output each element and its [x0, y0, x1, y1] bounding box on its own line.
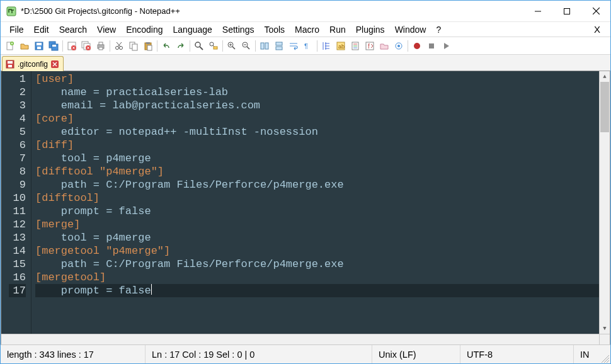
- user-lang-icon[interactable]: ab: [334, 39, 348, 53]
- scroll-down-icon[interactable]: ▼: [600, 323, 610, 334]
- cut-icon[interactable]: [112, 39, 126, 53]
- svg-rect-24: [132, 44, 137, 50]
- separator: [110, 40, 110, 52]
- scroll-up-icon[interactable]: ▲: [600, 71, 610, 82]
- save-all-icon[interactable]: [47, 39, 60, 53]
- svg-rect-53: [366, 42, 374, 50]
- code-line[interactable]: [difftool "p4merge"]: [35, 165, 610, 178]
- print-icon[interactable]: [94, 39, 108, 53]
- statusbar: length : 343 lines : 17 Ln : 17 Col : 19…: [1, 344, 610, 363]
- svg-point-56: [397, 45, 400, 47]
- stop-macro-icon[interactable]: [425, 39, 438, 53]
- horizontal-scrollbar[interactable]: [1, 334, 599, 344]
- svg-rect-8: [37, 43, 42, 45]
- code-area[interactable]: [user] name = practicalseries-lab email …: [31, 71, 610, 344]
- code-line[interactable]: [user]: [35, 72, 610, 86]
- find-icon[interactable]: [192, 39, 206, 53]
- menu-settings[interactable]: Settings: [217, 23, 260, 36]
- document-close-x[interactable]: X: [588, 23, 607, 36]
- code-line[interactable]: [core]: [35, 112, 610, 125]
- editor[interactable]: 1234567891011121314151617 [user] name = …: [1, 71, 610, 344]
- wordwrap-icon[interactable]: [287, 39, 300, 53]
- zoom-out-icon[interactable]: [239, 39, 253, 53]
- line-number: 5: [9, 125, 26, 139]
- menu-plugins[interactable]: Plugins: [351, 23, 390, 36]
- scroll-thumb[interactable]: [600, 82, 609, 132]
- tab-bar: .gitconfig: [1, 55, 610, 71]
- menu-encoding[interactable]: Encoding: [121, 23, 168, 36]
- menu-search[interactable]: Search: [54, 23, 92, 36]
- code-line[interactable]: [mergetool "p4merge"]: [35, 244, 610, 258]
- resize-grip-icon[interactable]: [599, 345, 610, 364]
- undo-icon[interactable]: [159, 39, 173, 53]
- indent-guide-icon[interactable]: [319, 39, 333, 53]
- show-all-chars-icon[interactable]: ¶: [301, 39, 315, 53]
- menu-run[interactable]: Run: [324, 23, 351, 36]
- play-macro-icon[interactable]: [439, 39, 453, 53]
- code-line[interactable]: [diff]: [35, 139, 610, 152]
- line-number: 3: [9, 99, 26, 112]
- separator: [408, 40, 408, 52]
- open-file-icon[interactable]: [18, 39, 31, 53]
- func-list-icon[interactable]: f: [363, 39, 377, 53]
- maximize-button[interactable]: [552, 1, 581, 21]
- code-line[interactable]: editor = notepad++ -multiInst -nosession: [35, 125, 610, 139]
- app-icon: [6, 6, 17, 17]
- save-icon[interactable]: [32, 39, 46, 53]
- status-eol[interactable]: Unix (LF): [372, 345, 460, 363]
- record-macro-icon[interactable]: [410, 39, 424, 53]
- menu-edit[interactable]: Edit: [29, 23, 54, 36]
- menu-file[interactable]: File: [4, 23, 29, 36]
- tab-gitconfig[interactable]: .gitconfig: [2, 56, 64, 71]
- minimize-button[interactable]: [523, 1, 552, 21]
- replace-icon[interactable]: [207, 39, 220, 53]
- svg-rect-61: [8, 65, 12, 67]
- status-encoding[interactable]: UTF-8: [460, 345, 574, 363]
- status-mode[interactable]: IN: [574, 345, 599, 363]
- line-number: 14: [9, 244, 26, 258]
- menu-language[interactable]: Language: [168, 23, 217, 36]
- redo-icon[interactable]: [174, 39, 188, 53]
- code-line[interactable]: [difftool]: [35, 191, 610, 205]
- menu-view[interactable]: View: [92, 23, 121, 36]
- close-file-icon[interactable]: [65, 39, 79, 53]
- code-line[interactable]: path = C:/Program Files/Perforce/p4merge…: [35, 258, 610, 271]
- close-all-icon[interactable]: [79, 39, 93, 53]
- separator: [255, 40, 256, 52]
- new-file-icon[interactable]: [3, 39, 17, 53]
- copy-icon[interactable]: [127, 39, 140, 53]
- sync-h-icon[interactable]: [272, 39, 286, 53]
- unsaved-indicator-icon: [5, 59, 15, 69]
- folder-icon[interactable]: [377, 39, 391, 53]
- svg-rect-60: [8, 61, 13, 64]
- code-line[interactable]: path = C:/Program Files/Perforce/p4merge…: [35, 178, 610, 191]
- zoom-in-icon[interactable]: [225, 39, 239, 53]
- doc-map-icon[interactable]: [348, 39, 362, 53]
- line-number: 1: [9, 72, 26, 86]
- vertical-scrollbar[interactable]: ▲ ▼: [599, 71, 610, 334]
- close-button[interactable]: [581, 1, 610, 21]
- sync-v-icon[interactable]: [258, 39, 271, 53]
- menu-window[interactable]: Window: [390, 23, 431, 36]
- code-line[interactable]: tool = p4merge: [35, 152, 610, 165]
- code-line[interactable]: prompt = false: [35, 205, 610, 218]
- monitor-icon[interactable]: [392, 39, 406, 53]
- code-line[interactable]: tool = p4merge: [35, 231, 610, 244]
- window-controls: [523, 1, 610, 21]
- menu-tools[interactable]: Tools: [259, 23, 290, 36]
- code-line[interactable]: [mergetool]: [35, 271, 610, 284]
- code-line[interactable]: [merge]: [35, 218, 610, 231]
- menu-help[interactable]: ?: [431, 23, 446, 36]
- svg-rect-2: [564, 8, 570, 14]
- code-line[interactable]: name = practicalseries-lab: [35, 86, 610, 99]
- separator: [190, 40, 190, 52]
- svg-point-57: [414, 43, 420, 49]
- line-number: 2: [9, 86, 26, 99]
- menu-macro[interactable]: Macro: [290, 23, 324, 36]
- tab-close-icon[interactable]: [50, 60, 59, 69]
- line-number: 16: [9, 271, 26, 284]
- paste-icon[interactable]: [141, 39, 155, 53]
- code-line[interactable]: prompt = false: [35, 284, 610, 297]
- line-number: 12: [9, 218, 26, 231]
- code-line[interactable]: email = lab@practicalseries.com: [35, 99, 610, 112]
